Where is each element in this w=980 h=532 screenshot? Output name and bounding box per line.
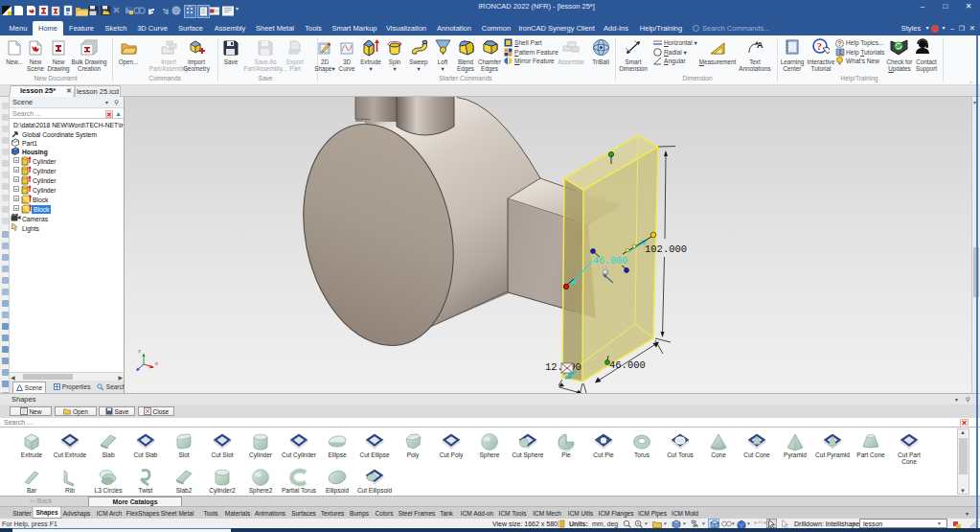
svg-text:?: ? bbox=[838, 40, 842, 47]
svg-text:46.000: 46.000 bbox=[609, 359, 646, 371]
svg-text:x: x bbox=[155, 360, 158, 366]
svg-text:46.000: 46.000 bbox=[593, 256, 627, 266]
svg-text:102.000: 102.000 bbox=[645, 243, 687, 255]
svg-text:z: z bbox=[138, 348, 141, 354]
svg-text:A: A bbox=[757, 40, 763, 50]
svg-text:?: ? bbox=[817, 40, 823, 52]
